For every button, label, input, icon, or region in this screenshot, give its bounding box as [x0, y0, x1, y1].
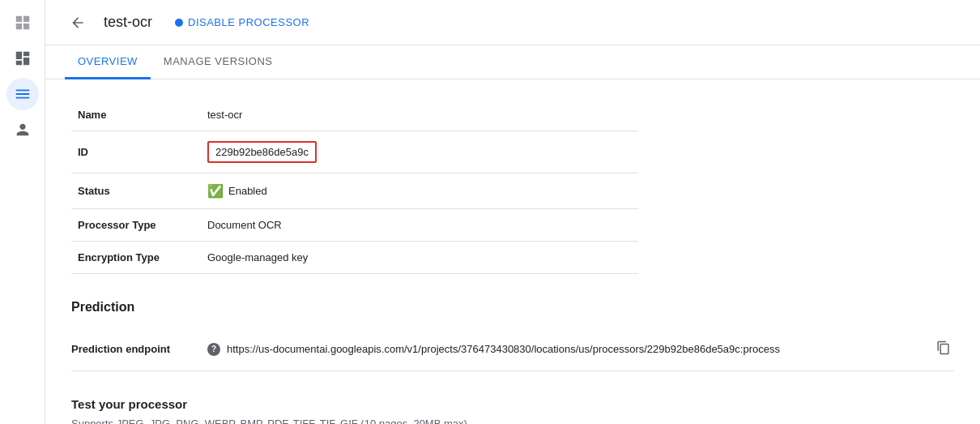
back-button[interactable] — [65, 10, 91, 36]
status-enabled: ✅ Enabled — [207, 183, 632, 199]
detail-value-name: test-ocr — [201, 99, 638, 131]
topbar: test-ocr DISABLE PROCESSOR — [45, 0, 980, 45]
tab-overview[interactable]: OVERVIEW — [65, 45, 151, 79]
tabs: OVERVIEW MANAGE VERSIONS — [45, 45, 980, 79]
detail-label-id: ID — [71, 131, 201, 173]
detail-value-encryption: Google-managed key — [201, 242, 638, 274]
table-row: Name test-ocr — [71, 99, 638, 131]
status-text: Enabled — [228, 185, 267, 197]
detail-value-processor-type: Document OCR — [201, 209, 638, 242]
copy-icon[interactable] — [933, 337, 954, 361]
test-section-title: Test your processor — [71, 397, 954, 411]
table-row: Encryption Type Google-managed key — [71, 242, 638, 274]
table-row: Status ✅ Enabled — [71, 173, 638, 209]
sidebar-icon-person[interactable] — [6, 113, 39, 146]
test-subtitle: Supports JPEG, JPG, PNG, WEBP, BMP, PDF,… — [71, 418, 954, 424]
detail-label-name: Name — [71, 99, 201, 131]
content-area: Name test-ocr ID 229b92be86de5a9c Status… — [45, 79, 980, 424]
table-row: Processor Type Document OCR — [71, 209, 638, 242]
check-icon: ✅ — [207, 183, 224, 199]
endpoint-url: https://us-documentai.googleapis.com/v1/… — [227, 343, 927, 355]
prediction-endpoint-label: Prediction endpoint — [71, 343, 201, 355]
disable-dot — [175, 19, 183, 27]
detail-value-id: 229b92be86de5a9c — [201, 131, 638, 173]
sidebar-icon-grid[interactable] — [6, 6, 39, 39]
prediction-section: Prediction Prediction endpoint ? https:/… — [71, 300, 954, 371]
sidebar — [0, 0, 45, 424]
sidebar-icon-list[interactable] — [6, 78, 39, 110]
disable-processor-button[interactable]: DISABLE PROCESSOR — [165, 11, 319, 33]
table-row: ID 229b92be86de5a9c — [71, 131, 638, 173]
id-value-box: 229b92be86de5a9c — [207, 141, 317, 163]
detail-label-encryption: Encryption Type — [71, 242, 201, 274]
prediction-endpoint-row: Prediction endpoint ? https://us-documen… — [71, 328, 954, 371]
help-icon[interactable]: ? — [207, 343, 220, 356]
prediction-section-title: Prediction — [71, 300, 954, 315]
main-content: test-ocr DISABLE PROCESSOR OVERVIEW MANA… — [45, 0, 980, 424]
sidebar-icon-dashboard[interactable] — [6, 42, 39, 75]
details-table: Name test-ocr ID 229b92be86de5a9c Status… — [71, 99, 638, 274]
detail-label-processor-type: Processor Type — [71, 209, 201, 242]
detail-value-status: ✅ Enabled — [201, 173, 638, 209]
test-section: Test your processor Supports JPEG, JPG, … — [71, 397, 954, 424]
disable-label: DISABLE PROCESSOR — [188, 16, 309, 28]
page-title: test-ocr — [104, 14, 152, 31]
detail-label-status: Status — [71, 173, 201, 209]
tab-manage-versions[interactable]: MANAGE VERSIONS — [151, 45, 286, 79]
